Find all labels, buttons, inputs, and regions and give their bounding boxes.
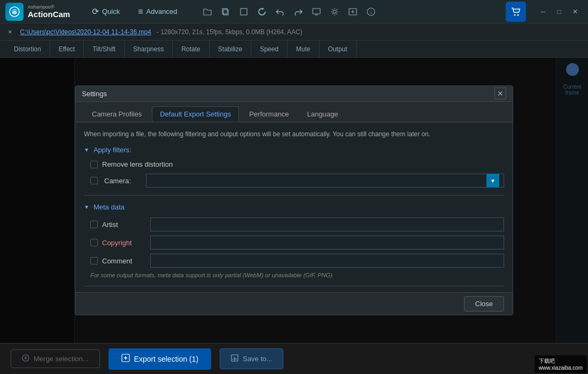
modal-close-button[interactable]: ✕ bbox=[494, 88, 506, 99]
tab-rotate[interactable]: Rotate bbox=[173, 41, 209, 58]
modal-close-btn[interactable]: Close bbox=[464, 296, 504, 311]
svg-point-10 bbox=[514, 14, 516, 15]
tab-sharpness[interactable]: Sharpness bbox=[125, 41, 173, 58]
comment-label-area: Comment bbox=[90, 257, 144, 265]
meta-data-section[interactable]: ▼ Meta data bbox=[84, 203, 504, 211]
svg-text:i: i bbox=[370, 10, 372, 15]
merge-button[interactable]: Merge selection... bbox=[11, 349, 100, 368]
advanced-nav-btn[interactable]: ≡ Advanced bbox=[131, 4, 183, 19]
window-controls: ─ □ ✕ bbox=[536, 4, 583, 19]
artist-row: Artist bbox=[90, 217, 504, 231]
close-window-button[interactable]: ✕ bbox=[568, 4, 583, 19]
remove-lens-label[interactable]: Remove lens distortion bbox=[90, 160, 173, 168]
camera-field: Camera: ▼ bbox=[104, 174, 504, 188]
tab-mute[interactable]: Mute bbox=[288, 41, 320, 58]
tab-camera-profiles[interactable]: Camera Profiles bbox=[84, 106, 150, 122]
svg-rect-5 bbox=[313, 9, 320, 14]
save-button[interactable]: Save to... bbox=[220, 348, 283, 369]
window-icon[interactable] bbox=[236, 4, 252, 20]
divider-1 bbox=[84, 195, 504, 196]
advanced-icon: ≡ bbox=[138, 7, 143, 17]
modal-overlay: Settings ✕ Camera Profiles Default Expor… bbox=[0, 58, 588, 343]
copyright-input[interactable] bbox=[150, 236, 504, 250]
info-text: When importing a file, the following fil… bbox=[84, 130, 504, 139]
camera-select[interactable]: ▼ bbox=[146, 174, 504, 188]
camera-select-arrow[interactable]: ▼ bbox=[486, 174, 499, 188]
tab-default-export[interactable]: Default Export Settings bbox=[152, 106, 239, 122]
undo-icon[interactable] bbox=[272, 4, 288, 20]
remove-lens-text: Remove lens distortion bbox=[102, 160, 173, 168]
apply-filters-label: Apply filters: bbox=[94, 146, 131, 154]
logo-text: Ashampoo® ActionCam bbox=[28, 4, 70, 19]
tab-distortion[interactable]: Distortion bbox=[5, 41, 50, 58]
share-icon[interactable] bbox=[345, 4, 361, 20]
save-icon bbox=[231, 354, 238, 363]
comment-row: Comment bbox=[90, 254, 504, 268]
camera-checkbox[interactable] bbox=[90, 177, 98, 184]
toolbar-icons: i bbox=[199, 4, 379, 20]
quick-label: Quick bbox=[102, 7, 120, 15]
meta-data-arrow: ▼ bbox=[84, 204, 89, 210]
copyright-row: Copyright bbox=[90, 236, 504, 250]
settings-icon[interactable] bbox=[327, 4, 343, 20]
export-label: Export selection (1) bbox=[134, 355, 199, 363]
monitor-icon[interactable] bbox=[308, 4, 324, 20]
maximize-button[interactable]: □ bbox=[552, 4, 567, 19]
settings-modal: Settings ✕ Camera Profiles Default Expor… bbox=[75, 85, 513, 315]
settings-body: When importing a file, the following fil… bbox=[75, 122, 513, 293]
svg-point-6 bbox=[333, 10, 336, 13]
export-button[interactable]: Export selection (1) bbox=[109, 348, 212, 370]
logo-area: Ashampoo® ActionCam bbox=[5, 3, 80, 21]
svg-point-11 bbox=[517, 14, 519, 15]
export-icon bbox=[121, 354, 130, 364]
remove-lens-checkbox[interactable] bbox=[90, 161, 98, 168]
main-area: Settings ✕ Camera Profiles Default Expor… bbox=[0, 58, 588, 343]
merge-icon bbox=[22, 354, 29, 363]
cart-button[interactable] bbox=[506, 2, 526, 22]
comment-label: Comment bbox=[102, 257, 132, 265]
comment-input[interactable] bbox=[150, 254, 504, 268]
svg-rect-4 bbox=[241, 9, 247, 15]
tab-output[interactable]: Output bbox=[320, 41, 357, 58]
tab-effect[interactable]: Effect bbox=[50, 41, 84, 58]
redo-icon[interactable] bbox=[290, 4, 306, 20]
remove-lens-row: Remove lens distortion bbox=[84, 160, 504, 168]
quick-icon: ⟳ bbox=[92, 6, 99, 17]
copyright-label-area: Copyright bbox=[90, 239, 144, 247]
advanced-label: Advanced bbox=[146, 7, 177, 15]
tab-performance[interactable]: Performance bbox=[241, 106, 297, 122]
apply-filters-arrow: ▼ bbox=[84, 147, 89, 153]
artist-checkbox[interactable] bbox=[90, 221, 98, 228]
file-bar: × C:\Users\pc\Videos\2020-12-04 11-14-36… bbox=[0, 24, 588, 41]
file-path[interactable]: C:\Users\pc\Videos\2020-12-04 11-14-36.m… bbox=[20, 28, 151, 36]
copyright-checkbox[interactable] bbox=[90, 239, 98, 246]
divider-2 bbox=[84, 286, 504, 286]
modal-title: Settings bbox=[82, 90, 107, 98]
bottom-bar: Merge selection... Export selection (1) … bbox=[0, 343, 588, 374]
tab-tiltshift[interactable]: Tilt/Shift bbox=[84, 41, 125, 58]
app-logo-icon bbox=[5, 3, 24, 21]
settings-tabs: Camera Profiles Default Export Settings … bbox=[75, 102, 513, 122]
meta-footnote: For some output formats, meta data suppo… bbox=[90, 272, 504, 278]
quick-nav-btn[interactable]: ⟳ Quick bbox=[86, 4, 126, 19]
artist-input[interactable] bbox=[150, 217, 504, 231]
save-label: Save to... bbox=[243, 355, 272, 363]
minimize-button[interactable]: ─ bbox=[536, 4, 551, 19]
tab-stabilize[interactable]: Stabilize bbox=[210, 41, 251, 58]
apply-filters-section[interactable]: ▼ Apply filters: bbox=[84, 146, 504, 154]
copy-icon[interactable] bbox=[218, 4, 234, 20]
file-close-button[interactable]: × bbox=[5, 27, 15, 37]
artist-label-area: Artist bbox=[90, 221, 144, 229]
camera-label: Camera: bbox=[104, 177, 142, 185]
comment-checkbox[interactable] bbox=[90, 257, 98, 264]
tab-speed[interactable]: Speed bbox=[251, 41, 288, 58]
camera-row: Camera: ▼ bbox=[84, 174, 504, 188]
tab-language[interactable]: Language bbox=[299, 106, 346, 122]
watermark: 下载吧www.xiazaiba.com bbox=[535, 355, 587, 373]
folder-icon[interactable] bbox=[199, 4, 215, 20]
info-icon[interactable]: i bbox=[363, 4, 379, 20]
modal-title-bar: Settings ✕ bbox=[75, 86, 513, 102]
artist-label: Artist bbox=[102, 221, 118, 229]
refresh-icon[interactable] bbox=[254, 4, 270, 20]
app-name: ActionCam bbox=[28, 10, 70, 19]
